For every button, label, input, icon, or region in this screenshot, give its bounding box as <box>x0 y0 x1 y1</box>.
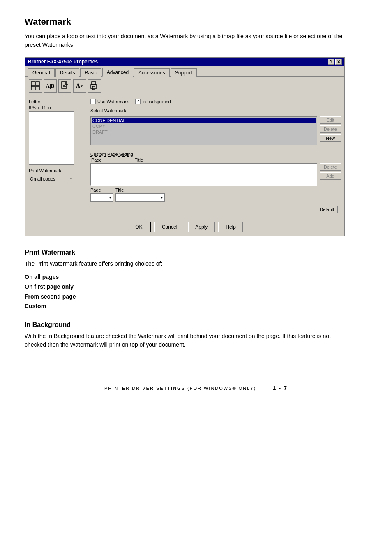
paper-preview <box>29 111 74 165</box>
footer-text: PRINTER DRIVER SETTINGS (FOR WINDOWS® ON… <box>104 386 256 391</box>
intro-text: You can place a logo or text into your d… <box>25 32 345 49</box>
watermark-item-copy[interactable]: COPY <box>92 123 316 129</box>
toolbar: A|B A▼ <box>25 77 344 95</box>
help-button[interactable]: Help <box>218 222 243 232</box>
page-input-row: ▼ <box>90 193 113 202</box>
dialog-titlebar: Brother FAX-4750e Properties ? ✕ <box>25 58 344 66</box>
titlebar-controls: ? ✕ <box>328 59 342 65</box>
use-watermark-checkbox[interactable] <box>90 99 96 104</box>
use-watermark-label: Use Watermark <box>97 99 129 104</box>
page-footer: PRINTER DRIVER SETTINGS (FOR WINDOWS® ON… <box>25 382 367 391</box>
cancel-button[interactable]: Cancel <box>154 222 184 232</box>
watermark-list-area: CONFIDENTIAL COPY DRAFT Edit Delete New <box>90 116 341 145</box>
help-titlebar-button[interactable]: ? <box>328 59 334 65</box>
list-item-2: On first page only <box>25 282 367 292</box>
svg-rect-1 <box>36 82 39 86</box>
page-dropdown[interactable]: ▼ <box>90 193 113 202</box>
default-row: Default <box>90 204 341 215</box>
tab-details[interactable]: Details <box>55 68 80 77</box>
page-title-header: Page Title <box>90 158 341 162</box>
in-background-body: With the In Background feature checked t… <box>25 332 345 349</box>
footer-page: 1 - 7 <box>273 385 288 391</box>
toolbar-icon-ab[interactable]: A|B <box>44 79 57 93</box>
custom-page-buttons: Delete Add <box>320 163 341 186</box>
svg-rect-4 <box>62 82 67 88</box>
watermark-item-confidential[interactable]: CONFIDENTIAL <box>92 118 316 123</box>
title-input-label: Title <box>115 188 165 192</box>
in-background-label: In background <box>142 99 171 104</box>
close-titlebar-button[interactable]: ✕ <box>335 59 342 65</box>
page-title-inputs: Page ▼ Title ▼ <box>90 188 341 202</box>
dialog-buttons: OK Cancel Apply Help <box>25 218 344 236</box>
custom-page-section: Custom Page Setting Page Title Delete Ad… <box>90 152 341 202</box>
custom-page-list[interactable] <box>90 163 317 186</box>
list-item-1: On all pages <box>25 272 367 282</box>
add-button[interactable]: Add <box>320 172 341 180</box>
print-watermark-label: Print Watermark <box>29 168 61 173</box>
dialog-window: Brother FAX-4750e Properties ? ✕ General… <box>25 57 345 236</box>
page-input-label: Page <box>90 188 113 192</box>
tab-advanced[interactable]: Advanced <box>102 68 133 77</box>
list-item-4: Custom <box>25 301 367 311</box>
svg-rect-7 <box>92 82 96 85</box>
tab-general[interactable]: General <box>28 68 55 77</box>
in-background-row: In background <box>135 99 171 104</box>
title-input-group: Title ▼ <box>115 188 165 202</box>
watermark-buttons: Edit Delete New <box>320 116 341 145</box>
apply-button[interactable]: Apply <box>188 222 215 232</box>
right-panel: Use Watermark In background Select Water… <box>90 99 341 215</box>
page-input-group: Page ▼ <box>90 188 113 202</box>
toolbar-icon-a-arrow[interactable]: A▼ <box>73 79 86 93</box>
select-watermark-label: Select Watermark <box>90 108 341 113</box>
print-watermark-list: On all pages On first page only From sec… <box>25 272 367 311</box>
in-background-header: In Background <box>25 321 367 329</box>
dialog-title: Brother FAX-4750e Properties <box>28 59 98 65</box>
in-background-checkbox[interactable] <box>135 99 141 104</box>
tab-basic[interactable]: Basic <box>80 68 101 77</box>
default-button[interactable]: Default <box>316 206 338 213</box>
svg-rect-3 <box>36 86 39 90</box>
page-title: Watermark <box>25 16 367 27</box>
title-input-row: ▼ <box>115 193 165 202</box>
svg-rect-2 <box>31 86 35 90</box>
in-background-section: In Background With the In Background fea… <box>25 321 367 349</box>
toolbar-icon-page[interactable] <box>58 79 71 93</box>
dialog-body: Letter 8 ½ x 11 in Print Watermark On al… <box>25 95 344 218</box>
new-button[interactable]: New <box>320 134 341 142</box>
toolbar-icon-1[interactable] <box>29 79 42 93</box>
top-row: Use Watermark In background <box>90 99 341 104</box>
toolbar-icon-printer[interactable] <box>88 79 101 93</box>
delete-watermark-button[interactable]: Delete <box>320 125 341 133</box>
watermark-list[interactable]: CONFIDENTIAL COPY DRAFT <box>90 116 317 145</box>
tabs-row: General Details Basic Advanced Accessori… <box>25 66 344 77</box>
title-dropdown[interactable]: ▼ <box>115 193 165 202</box>
ok-button[interactable]: OK <box>127 222 151 232</box>
tab-accessories[interactable]: Accessories <box>134 68 170 77</box>
tab-support[interactable]: Support <box>171 68 197 77</box>
delete-custom-button[interactable]: Delete <box>320 163 341 171</box>
print-watermark-dropdown[interactable]: On all pages ▼ <box>29 175 74 183</box>
print-watermark-body: The Print Watermark feature offers print… <box>25 259 345 268</box>
edit-button[interactable]: Edit <box>320 116 341 124</box>
print-watermark-section: Print Watermark The Print Watermark feat… <box>25 249 367 311</box>
print-watermark-header: Print Watermark <box>25 249 367 256</box>
left-panel: Letter 8 ½ x 11 in Print Watermark On al… <box>29 99 86 215</box>
custom-page-list-area: Delete Add <box>90 163 341 186</box>
svg-rect-0 <box>31 82 35 86</box>
custom-page-label: Custom Page Setting <box>90 152 341 157</box>
use-watermark-row: Use Watermark <box>90 99 129 104</box>
paper-size-label: Letter 8 ½ x 11 in <box>29 99 51 111</box>
list-item-3: From second page <box>25 292 367 302</box>
watermark-item-draft[interactable]: DRAFT <box>92 129 316 135</box>
